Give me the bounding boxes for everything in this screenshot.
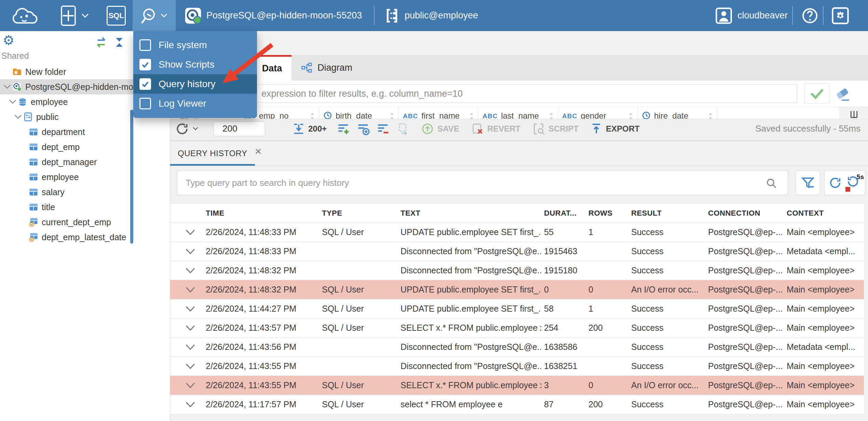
sidebar-tree-item[interactable]: salary <box>0 185 170 200</box>
apply-filter-button[interactable] <box>804 83 829 104</box>
query-history-row[interactable]: 2/26/2024, 11:17:57 PMSQL / Userselect *… <box>170 395 864 414</box>
menu-item-file-system[interactable]: File system <box>133 35 257 55</box>
tree-item-label: dept_emp_latest_date <box>42 232 126 242</box>
refresh-icon <box>175 122 189 136</box>
query-history-panel: QUERY HISTORY × <box>170 141 868 421</box>
query-history-column-header[interactable]: TYPE <box>319 209 398 218</box>
connection-selector[interactable]: PostgreSQL@ep-hidden-moon-55203 <box>185 0 362 31</box>
sidebar-settings-gear-icon[interactable]: ⚙ <box>3 34 14 47</box>
row-expander-icon[interactable] <box>170 306 203 312</box>
menu-item-log-viewer[interactable]: Log Viewer <box>133 94 257 113</box>
sync-connection-icon[interactable] <box>94 37 109 50</box>
revert-button[interactable]: REVERT <box>471 122 520 135</box>
refresh-results-button[interactable] <box>175 122 198 136</box>
tab-data[interactable]: Data <box>253 55 291 80</box>
query-history-row[interactable]: 2/26/2024, 11:48:33 PMDisconnected from … <box>170 242 864 261</box>
row-expander-icon[interactable] <box>170 344 203 350</box>
help-button[interactable] <box>801 0 819 31</box>
query-history-row[interactable]: 2/26/2024, 11:43:56 PMDisconnected from … <box>170 337 864 356</box>
cloudbeaver-logo[interactable] <box>8 0 40 31</box>
chevron-down-icon[interactable] <box>8 99 18 104</box>
duplicate-disabled-button[interactable] <box>396 122 409 135</box>
cell-connection: PostgreSQL@ep-... <box>705 246 784 256</box>
cell-duration: 55 <box>541 227 586 237</box>
cell-text: Disconnected from "PostgreSQL@e... <box>398 266 541 275</box>
row-expander-icon[interactable] <box>170 287 203 293</box>
cell-time: 2/26/2024, 11:43:56 PM <box>203 342 319 352</box>
sidebar-tree-item[interactable]: dept_emp_latest_date <box>0 230 170 245</box>
query-history-row[interactable]: 2/26/2024, 11:48:32 PMDisconnected from … <box>170 261 864 280</box>
schema-selector[interactable]: public@employee <box>384 0 478 31</box>
query-history-row[interactable]: 2/26/2024, 11:43:57 PMSQL / UserSELECT x… <box>170 318 864 337</box>
cell-duration: 254 <box>541 323 586 333</box>
query-history-column-header[interactable]: TEXT <box>398 209 541 218</box>
save-button[interactable]: SAVE <box>421 122 459 135</box>
checkbox-checked-icon[interactable] <box>139 59 151 70</box>
tree-scrollbar[interactable] <box>130 110 133 244</box>
sidebar-tree-item[interactable]: current_dept_emp <box>0 215 170 230</box>
script-button[interactable]: SCRIPT <box>532 122 579 135</box>
user-menu[interactable]: cloudbeaver <box>715 0 788 31</box>
search-icon[interactable] <box>765 177 777 190</box>
tab-diagram[interactable]: Diagram <box>291 55 362 80</box>
query-history-row-error[interactable]: 2/26/2024, 11:43:55 PMSQL / UserSELECT x… <box>170 376 864 395</box>
query-history-row-error[interactable]: 2/26/2024, 11:48:32 PMSQL / UserUPDATE p… <box>170 280 864 299</box>
new-connection-button[interactable] <box>60 0 89 31</box>
row-expander-icon[interactable] <box>170 402 203 408</box>
fetch-size-input[interactable] <box>213 121 265 136</box>
row-expander-icon[interactable] <box>170 382 203 389</box>
sql-editor-icon: SQL <box>107 6 126 26</box>
sidebar-tree-item[interactable]: title <box>0 200 170 215</box>
table-icon <box>29 157 38 167</box>
sidebar-tree-item[interactable]: department <box>0 124 170 139</box>
query-history-row[interactable]: 2/26/2024, 11:44:27 PMSQL / UserUPDATE p… <box>170 299 864 318</box>
row-expander-icon[interactable] <box>170 229 203 235</box>
query-history-column-header[interactable]: CONTEXT <box>784 209 864 218</box>
query-history-column-header[interactable]: ROWS <box>586 209 628 218</box>
row-expander-icon[interactable] <box>170 363 203 369</box>
cell-duration: 1638251 <box>541 361 586 371</box>
filter-expression-input[interactable] <box>189 84 797 103</box>
collapse-all-icon[interactable] <box>113 37 126 50</box>
filter-funnel-icon <box>801 176 815 190</box>
fetch-more-button[interactable]: 200+ <box>293 123 327 135</box>
cell-result: Success <box>628 342 705 352</box>
sql-editor-button[interactable]: SQL <box>107 0 126 31</box>
row-expander-icon[interactable] <box>170 325 203 331</box>
checkbox-unchecked-icon[interactable] <box>139 98 151 109</box>
checkbox-checked-icon[interactable] <box>139 78 151 90</box>
chevron-down-icon[interactable] <box>13 114 23 119</box>
duplicate-row-button[interactable] <box>357 122 370 135</box>
tab-query-history[interactable]: QUERY HISTORY × <box>170 141 261 166</box>
settings-button[interactable] <box>831 0 850 31</box>
menu-item-label: Query history <box>159 79 216 90</box>
query-history-column-header[interactable]: TIME <box>203 209 319 218</box>
chevron-down-icon[interactable] <box>2 84 12 89</box>
close-tab-icon[interactable]: × <box>255 145 261 157</box>
query-history-column-header[interactable]: CONNECTION <box>705 209 784 218</box>
menu-item-show-scripts[interactable]: Show Scripts <box>133 55 257 74</box>
query-history-column-header[interactable]: RESULT <box>628 209 705 218</box>
sidebar-tree-item[interactable]: dept_manager <box>0 154 170 169</box>
query-history-filter-button[interactable] <box>796 171 820 195</box>
sidebar-tree-item[interactable]: dept_emp <box>0 139 170 154</box>
checkbox-unchecked-icon[interactable] <box>139 39 151 51</box>
delete-row-button[interactable] <box>377 122 390 135</box>
row-expander-icon[interactable] <box>170 268 203 274</box>
menu-item-query-history[interactable]: Query history <box>133 74 257 94</box>
query-history-row[interactable]: 2/26/2024, 11:48:33 PMSQL / UserUPDATE p… <box>170 222 864 242</box>
sidebar-tree-item[interactable]: employee <box>0 169 170 185</box>
eraser-icon <box>835 86 851 102</box>
tools-menu-button[interactable] <box>133 0 176 31</box>
query-history-column-header[interactable]: DURAT... <box>541 209 586 218</box>
auto-refresh-button[interactable]: 5s <box>846 175 861 191</box>
stop-auto-refresh-icon[interactable] <box>845 187 850 192</box>
query-history-row[interactable]: 2/26/2024, 11:43:55 PMDisconnected from … <box>170 356 864 376</box>
query-history-search-input[interactable] <box>177 171 788 195</box>
row-expander-icon[interactable] <box>170 248 203 255</box>
export-button[interactable]: EXPORT <box>590 123 640 135</box>
add-row-button[interactable] <box>337 122 350 135</box>
clear-filter-button[interactable] <box>835 86 851 102</box>
script-icon <box>532 122 545 135</box>
refresh-icon[interactable] <box>828 176 842 190</box>
